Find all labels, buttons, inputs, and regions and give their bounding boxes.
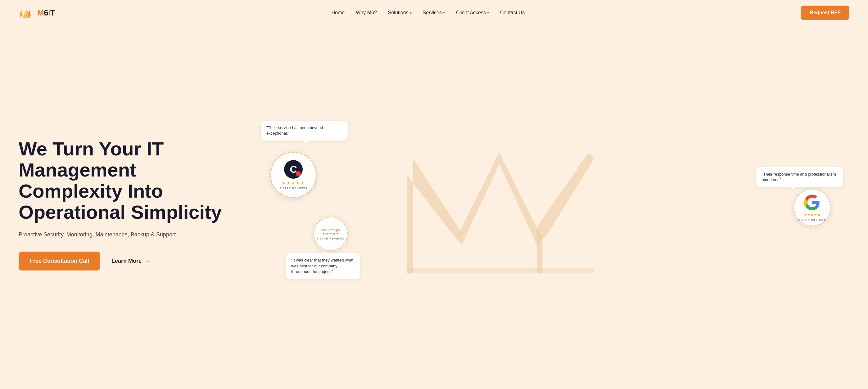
nav-links: Home Why M6? Solutions ▾ Services ▾ Clie…	[332, 10, 525, 15]
review-card-2: "Their response time and professionalism…	[756, 167, 843, 187]
hero-subtitle: Proactive Security, Monitoring, Maintena…	[19, 231, 230, 238]
cloudtango-review-circle: cloudtango ★★★★★ 5 STAR REVIEWS	[314, 217, 348, 251]
capterra-stars: ★★★★★	[282, 181, 305, 186]
review-card-1: "Their service has been beyond exception…	[261, 121, 348, 140]
solutions-chevron: ▾	[410, 11, 412, 15]
cloudtango-logo: cloudtango	[321, 228, 340, 232]
logo-icon	[19, 6, 35, 19]
capterra-review-circle: C ★★★★★ 5 STAR REVIEWS	[270, 152, 317, 198]
nav-why-m6[interactable]: Why M6?	[356, 10, 377, 15]
logo[interactable]: M6iT	[19, 6, 55, 19]
client-access-chevron: ▾	[487, 11, 489, 15]
nav-solutions[interactable]: Solutions ▾	[388, 10, 412, 15]
google-logo-icon	[804, 194, 820, 211]
hero-section: We Turn Your IT Management Complexity In…	[0, 26, 868, 389]
nav-client-access[interactable]: Client Access ▾	[456, 10, 489, 15]
hero-left: We Turn Your IT Management Complexity In…	[19, 138, 230, 271]
capterra-star-label: 5 STAR REVIEWS	[279, 187, 307, 190]
hero-buttons: Free Consultation Call Learn More →	[19, 252, 230, 270]
cloudtango-stars: ★★★★★	[322, 232, 339, 236]
nav-contact[interactable]: Contact Us	[500, 10, 525, 15]
logo-text: M6iT	[37, 8, 55, 18]
hero-right: "Their service has been beyond exception…	[230, 111, 849, 297]
cloudtango-star-label: 5 STAR REVIEWS	[317, 237, 344, 240]
request-rfp-button[interactable]: Request RFP	[801, 6, 849, 20]
hero-title: We Turn Your IT Management Complexity In…	[19, 138, 230, 223]
review-card-3: "It was clear that they wanted what was …	[286, 253, 360, 279]
learn-more-button[interactable]: Learn More →	[112, 257, 151, 265]
consultation-button[interactable]: Free Consultation Call	[19, 252, 100, 270]
nav-home[interactable]: Home	[332, 10, 345, 15]
navbar: M6iT Home Why M6? Solutions ▾ Services ▾…	[0, 0, 868, 26]
services-chevron: ▾	[443, 11, 445, 15]
learn-more-arrow-icon: →	[145, 257, 151, 265]
google-star-label: 5 STAR REVIEWS	[798, 218, 826, 221]
capterra-dot	[296, 171, 301, 176]
google-review-circle: ★★★★★ 5 STAR REVIEWS	[794, 189, 831, 226]
nav-services[interactable]: Services ▾	[423, 10, 445, 15]
capterra-logo: C	[284, 160, 303, 179]
google-stars: ★★★★★	[804, 213, 821, 217]
